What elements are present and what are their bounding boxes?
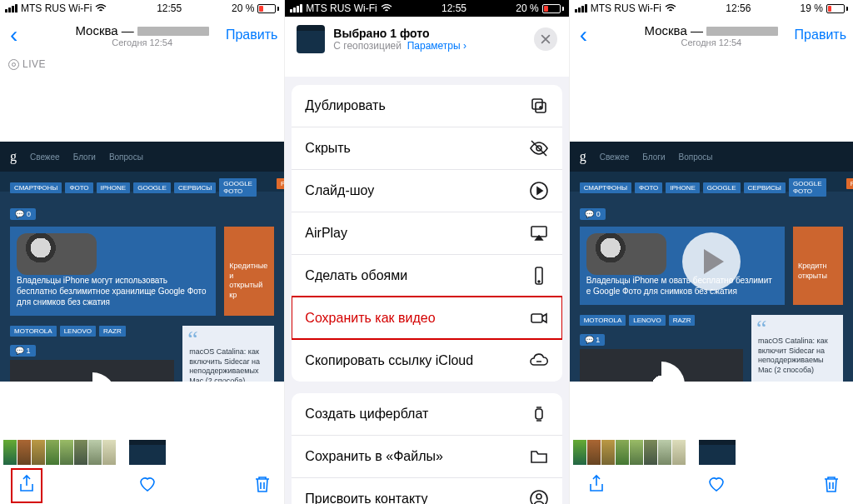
thumbnail[interactable] bbox=[60, 440, 73, 465]
close-button[interactable] bbox=[534, 27, 557, 51]
sheet-subtitle: С геопозицией bbox=[333, 40, 402, 52]
close-icon bbox=[540, 33, 551, 45]
duplicate-icon bbox=[529, 96, 549, 116]
photo-content[interactable]: g Свежее Блоги Вопросы СМАРТФОНЫ ФОТО IP… bbox=[570, 142, 853, 382]
menu-item: Свежее bbox=[600, 152, 630, 162]
svg-rect-8 bbox=[536, 409, 542, 419]
favorite-button[interactable] bbox=[706, 474, 726, 497]
thumbnail[interactable] bbox=[74, 440, 87, 465]
back-button[interactable]: ‹ bbox=[7, 23, 21, 47]
tag-row: СМАРТФОНЫ ФОТО IPHONE GOOGLE СЕРВИСЫ GOO… bbox=[0, 172, 267, 203]
tag: GOOGLE ФОТО bbox=[219, 178, 257, 197]
status-time: 12:55 bbox=[441, 2, 466, 14]
live-icon bbox=[8, 59, 19, 70]
action-label: Дублировать bbox=[305, 98, 385, 113]
share-button[interactable] bbox=[581, 469, 611, 502]
action-save-files[interactable]: Сохранить в «Файлы» bbox=[292, 435, 561, 477]
edit-button[interactable]: Править bbox=[226, 27, 277, 42]
menu-item: Блоги bbox=[642, 152, 665, 162]
nav-title-prefix: Москва — bbox=[645, 23, 703, 37]
tag: GOOGLE bbox=[133, 182, 171, 193]
tag: LENOVO bbox=[60, 326, 96, 337]
delete-button[interactable] bbox=[821, 474, 841, 497]
action-save-video[interactable]: Сохранить как видео bbox=[292, 297, 561, 339]
action-group-2: Создать циферблат Сохранить в «Файлы» Пр… bbox=[292, 393, 561, 504]
favorite-button[interactable] bbox=[137, 474, 157, 497]
selected-photo-thumb[interactable] bbox=[297, 25, 325, 53]
action-label: Сделать обоями bbox=[305, 268, 407, 283]
share-sheet-body[interactable]: Дублировать Скрыть Слайд-шоу AirPlay Сде… bbox=[285, 77, 568, 504]
wifi-icon bbox=[381, 4, 392, 12]
thumbnail[interactable] bbox=[102, 440, 116, 465]
status-bar: MTS RUS Wi-Fi 12:55 20 % bbox=[285, 0, 568, 17]
thumbnail[interactable] bbox=[601, 440, 615, 465]
thumbnail[interactable] bbox=[46, 440, 59, 465]
options-link[interactable]: Параметры bbox=[407, 40, 461, 52]
redacted-location bbox=[137, 27, 209, 36]
photo-content[interactable]: g Свежее Блоги Вопросы СМАРТФОНЫ ФОТО IP… bbox=[0, 142, 284, 382]
trash-icon bbox=[821, 474, 841, 494]
action-slideshow[interactable]: Слайд-шоу bbox=[292, 169, 561, 212]
site-logo-icon: g bbox=[10, 149, 17, 164]
screen-share-sheet: MTS RUS Wi-Fi 12:55 20 % Выбрано 1 фото … bbox=[284, 0, 568, 504]
site-logo-icon: g bbox=[580, 149, 586, 164]
tag-row-right: РОССИЯ ЗАК bbox=[836, 172, 853, 196]
thumbnail-strip[interactable] bbox=[570, 437, 853, 467]
action-watchface[interactable]: Создать циферблат bbox=[292, 393, 561, 435]
battery-pct: 20 % bbox=[516, 2, 538, 14]
play-button[interactable] bbox=[682, 232, 741, 291]
action-label: Сохранить в «Файлы» bbox=[305, 449, 443, 464]
article-card-right: Кредитные и открытый кр bbox=[224, 227, 274, 316]
action-duplicate[interactable]: Дублировать bbox=[292, 85, 561, 127]
battery-pct: 20 % bbox=[232, 2, 254, 14]
thumbnail[interactable] bbox=[587, 440, 601, 465]
thumbnail[interactable] bbox=[658, 440, 671, 465]
thumbnail[interactable] bbox=[573, 440, 586, 465]
tag: СЕРВИСЫ bbox=[744, 182, 786, 193]
play-circle-icon bbox=[529, 181, 549, 201]
airplay-icon bbox=[529, 223, 549, 243]
thumbnail-current[interactable] bbox=[699, 440, 736, 465]
thumbnail-current[interactable] bbox=[129, 440, 166, 465]
trash-icon bbox=[252, 474, 272, 494]
battery-icon bbox=[826, 4, 848, 13]
action-copy-icloud[interactable]: Скопировать ссылку iCloud bbox=[292, 339, 561, 382]
tag: GOOGLE bbox=[703, 182, 741, 193]
share-button[interactable] bbox=[12, 469, 42, 502]
action-label: Скопировать ссылку iCloud bbox=[305, 353, 473, 368]
cell-signal-icon bbox=[5, 4, 17, 12]
tag: MOTOROLA bbox=[10, 326, 57, 337]
tag: СМАРТФОНЫ bbox=[580, 182, 631, 193]
status-time: 12:55 bbox=[157, 2, 182, 14]
action-label: Скрыть bbox=[305, 141, 351, 156]
thumbnail-strip[interactable] bbox=[0, 437, 284, 467]
article-card-right: Кредитн открыты bbox=[793, 227, 843, 305]
thumbnail[interactable] bbox=[17, 440, 31, 465]
thumbnail[interactable] bbox=[3, 440, 17, 465]
status-bar: MTS RUS Wi-Fi 12:56 19 % bbox=[570, 0, 853, 17]
thumbnail[interactable] bbox=[32, 440, 45, 465]
action-assign-contact[interactable]: Присвоить контакту bbox=[292, 477, 561, 504]
live-label: LIVE bbox=[22, 58, 46, 70]
thumbnail[interactable] bbox=[88, 440, 102, 465]
action-label: Создать циферблат bbox=[305, 407, 428, 422]
tag-row-sec: MOTOROLA LENOVO RAZR bbox=[580, 315, 743, 331]
back-button[interactable]: ‹ bbox=[576, 23, 591, 47]
thumbnail[interactable] bbox=[630, 440, 643, 465]
action-airplay[interactable]: AirPlay bbox=[292, 212, 561, 254]
edit-button[interactable]: Править bbox=[795, 27, 846, 42]
thumbnail[interactable] bbox=[644, 440, 657, 465]
action-wallpaper[interactable]: Сделать обоями bbox=[292, 254, 561, 297]
site-topbar: g Свежее Блоги Вопросы bbox=[0, 142, 284, 172]
screen-photo-viewer-left: MTS RUS Wi-Fi 12:55 20 % ‹ Москва — Сего… bbox=[0, 0, 284, 504]
tag: GOOGLE ФОТО bbox=[789, 178, 826, 197]
action-label: Слайд-шоу bbox=[305, 183, 374, 198]
thumbnail[interactable] bbox=[616, 440, 629, 465]
wifi-icon bbox=[95, 4, 107, 12]
redacted-location bbox=[706, 27, 778, 36]
action-hide[interactable]: Скрыть bbox=[292, 127, 561, 169]
folder-icon bbox=[529, 447, 549, 467]
thumbnail[interactable] bbox=[672, 440, 686, 465]
action-label: Сохранить как видео bbox=[305, 311, 435, 326]
delete-button[interactable] bbox=[252, 474, 272, 497]
